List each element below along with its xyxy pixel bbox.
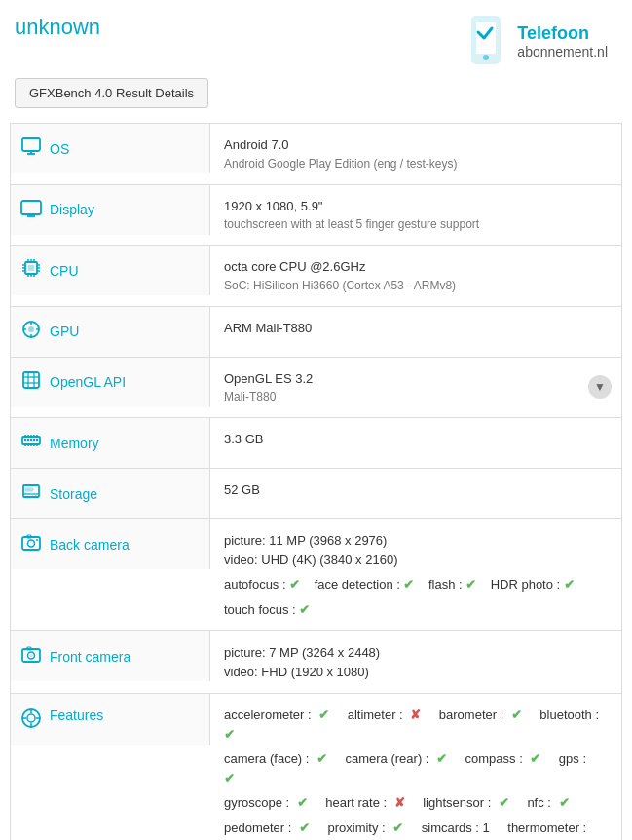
gpu-value: ARM Mali-T880 bbox=[210, 307, 621, 350]
hdr-label: HDR photo : bbox=[491, 577, 564, 592]
features-line-4: pedometer : ✔ proximity : ✔ simcards : 1… bbox=[224, 819, 608, 841]
gpu-main: ARM Mali-T880 bbox=[224, 319, 608, 338]
svg-point-60 bbox=[30, 654, 32, 656]
svg-rect-10 bbox=[28, 265, 34, 271]
cpu-sub: SoC: HiSilicon Hi3660 (Cortex A53 - ARMv… bbox=[224, 277, 608, 294]
svg-rect-6 bbox=[21, 201, 41, 214]
gpu-row: GPU ARM Mali-T880 bbox=[11, 307, 621, 358]
touch-focus-check: ✔ bbox=[299, 602, 310, 617]
proximity-check: ✔ bbox=[392, 821, 403, 835]
cpu-label-cell: CPU bbox=[11, 246, 210, 295]
bluetooth-check: ✔ bbox=[224, 727, 235, 742]
svg-point-52 bbox=[35, 496, 37, 498]
front-camera-picture: picture: 7 MP (3264 x 2448) bbox=[224, 643, 608, 663]
front-camera-label-cell: Front camera bbox=[11, 631, 210, 681]
display-icon bbox=[20, 197, 42, 223]
back-camera-row: Back camera picture: 11 MP (3968 x 2976)… bbox=[11, 519, 621, 631]
os-label-cell: OS bbox=[11, 124, 210, 173]
svg-rect-3 bbox=[22, 138, 40, 151]
compass-label: compass : bbox=[465, 751, 527, 766]
opengl-value: OpenGL ES 3.2 Mali-T880 ▼ bbox=[210, 358, 621, 418]
face-detection-check: ✔ bbox=[403, 577, 414, 592]
os-row: OS Android 7.0 Android Google Play Editi… bbox=[11, 124, 621, 185]
storage-icon bbox=[20, 480, 42, 507]
opengl-expand-button[interactable]: ▼ bbox=[588, 375, 612, 399]
back-camera-label-cell: Back camera bbox=[11, 519, 210, 569]
page-header: unknown Telefoon abonnement.nl bbox=[0, 0, 632, 78]
hdr-check: ✔ bbox=[564, 577, 575, 592]
back-camera-value: picture: 11 MP (3968 x 2976) video: UHD … bbox=[210, 519, 621, 630]
storage-main: 52 GB bbox=[224, 480, 608, 500]
front-camera-video: video: FHD (1920 x 1080) bbox=[224, 663, 608, 682]
opengl-row: OpenGL API OpenGL ES 3.2 Mali-T880 ▼ bbox=[11, 358, 621, 419]
memory-value: 3.3 GB bbox=[210, 418, 621, 461]
barometer-label: barometer : bbox=[439, 707, 507, 722]
svg-rect-53 bbox=[25, 488, 33, 491]
svg-point-63 bbox=[27, 714, 35, 722]
front-camera-label-text: Front camera bbox=[50, 649, 130, 665]
features-line-1: accelerometer : ✔ altimeter : ✘ baromete… bbox=[224, 706, 608, 744]
storage-row: Storage 52 GB bbox=[11, 469, 621, 519]
altimeter-label: altimeter : bbox=[348, 707, 407, 722]
gpu-icon bbox=[20, 319, 42, 345]
pedometer-label: pedometer : bbox=[224, 821, 295, 835]
storage-value: 52 GB bbox=[210, 469, 621, 512]
autofocus-label: autofocus : bbox=[224, 577, 289, 592]
flash-label: flash : bbox=[428, 577, 465, 592]
barometer-check: ✔ bbox=[511, 707, 522, 722]
svg-point-24 bbox=[28, 326, 34, 332]
back-camera-features-line1: autofocus : ✔ face detection : ✔ flash :… bbox=[224, 575, 608, 594]
opengl-label-cell: OpenGL API bbox=[11, 358, 210, 407]
memory-label-text: Memory bbox=[50, 436, 99, 451]
back-camera-label-text: Back camera bbox=[50, 537, 130, 553]
storage-label-text: Storage bbox=[50, 486, 97, 502]
compass-check: ✔ bbox=[530, 751, 540, 766]
cpu-label-text: CPU bbox=[50, 263, 79, 279]
front-camera-value: picture: 7 MP (3264 x 2448) video: FHD (… bbox=[210, 631, 621, 693]
opengl-label-text: OpenGL API bbox=[50, 374, 126, 390]
back-camera-icon bbox=[20, 531, 42, 557]
svg-rect-54 bbox=[22, 537, 40, 550]
features-value: accelerometer : ✔ altimeter : ✘ baromete… bbox=[210, 694, 621, 840]
back-camera-video: video: UHD (4K) (3840 x 2160) bbox=[224, 551, 608, 570]
os-value: Android 7.0 Android Google Play Edition … bbox=[210, 124, 621, 184]
touch-focus-label: touch focus : bbox=[224, 602, 299, 617]
accelerometer-check: ✔ bbox=[318, 707, 329, 722]
gps-label: gps : bbox=[559, 751, 586, 766]
camera-face-check: ✔ bbox=[316, 751, 327, 766]
front-camera-row: Front camera picture: 7 MP (3264 x 2448)… bbox=[11, 631, 621, 694]
gpu-label-text: GPU bbox=[50, 324, 79, 339]
cpu-main: octa core CPU @2.6GHz bbox=[224, 257, 608, 277]
gfxbench-tab[interactable]: GFXBench 4.0 Result Details bbox=[15, 78, 208, 108]
gyroscope-label: gyroscope : bbox=[224, 795, 293, 810]
autofocus-check: ✔ bbox=[289, 577, 300, 592]
gyroscope-check: ✔ bbox=[297, 795, 308, 810]
simcards-label: simcards : 1 bbox=[422, 821, 490, 835]
front-camera-icon bbox=[20, 643, 42, 669]
svg-point-2 bbox=[483, 55, 489, 60]
heart-rate-label: heart rate : bbox=[325, 795, 390, 810]
features-label-text: Features bbox=[50, 707, 103, 723]
altimeter-check: ✘ bbox=[410, 707, 421, 722]
features-line-3: gyroscope : ✔ heart rate : ✘ lightsensor… bbox=[224, 793, 608, 813]
pedometer-check: ✔ bbox=[299, 821, 310, 835]
memory-main: 3.3 GB bbox=[224, 430, 608, 449]
memory-row: Memory 3.3 GB bbox=[11, 418, 621, 469]
accelerometer-label: accelerometer : bbox=[224, 707, 315, 722]
display-row: Display 1920 x 1080, 5.9" touchscreen wi… bbox=[11, 185, 621, 247]
display-main: 1920 x 1080, 5.9" bbox=[224, 197, 608, 216]
gps-check: ✔ bbox=[224, 771, 235, 785]
bluetooth-label: bluetooth : bbox=[539, 707, 599, 722]
face-detection-label: face detection : bbox=[315, 577, 404, 592]
cpu-row: CPU octa core CPU @2.6GHz SoC: HiSilicon… bbox=[11, 246, 621, 307]
logo: Telefoon abonnement.nl bbox=[451, 10, 617, 73]
back-camera-features-line2: touch focus : ✔ bbox=[224, 600, 608, 620]
display-label-text: Display bbox=[50, 202, 94, 217]
cpu-value: octa core CPU @2.6GHz SoC: HiSilicon Hi3… bbox=[210, 246, 621, 306]
display-sub: touchscreen with at least 5 finger gestu… bbox=[224, 215, 608, 233]
opengl-icon bbox=[20, 369, 42, 396]
flash-check: ✔ bbox=[465, 577, 476, 592]
camera-face-label: camera (face) : bbox=[224, 751, 313, 766]
svg-rect-29 bbox=[23, 372, 39, 388]
gpu-label-cell: GPU bbox=[11, 307, 210, 357]
